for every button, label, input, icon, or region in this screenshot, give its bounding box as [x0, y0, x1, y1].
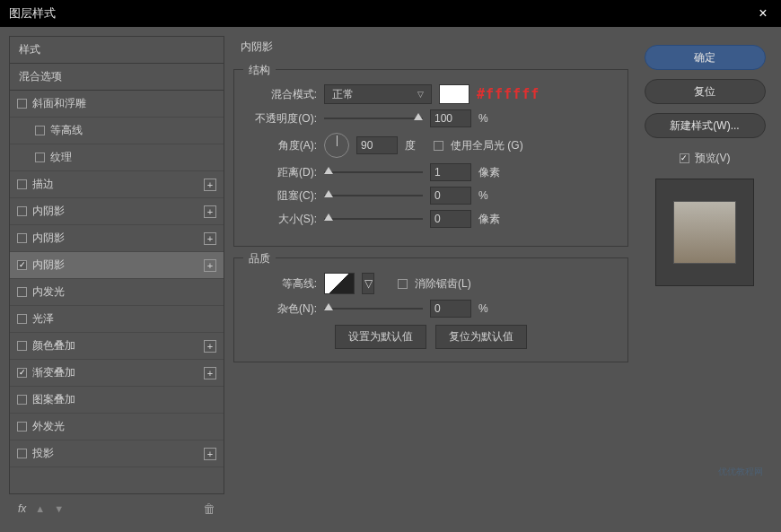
antialias-label: 消除锯齿(L): [415, 276, 471, 292]
size-label: 大小(S):: [245, 212, 317, 227]
style-list-footer: fx ▲ ▼ 🗑: [9, 494, 224, 523]
add-icon[interactable]: +: [204, 232, 216, 245]
style-item-color-overlay[interactable]: 颜色叠加 +: [10, 333, 224, 360]
style-item-bevel[interactable]: 斜面和浮雕: [10, 91, 224, 118]
contour-label: 等高线:: [245, 276, 317, 292]
add-icon[interactable]: +: [204, 259, 216, 272]
angle-label: 角度(A):: [245, 138, 317, 153]
trash-icon[interactable]: 🗑: [203, 501, 215, 516]
choke-slider[interactable]: [324, 189, 423, 202]
blend-mode-dropdown[interactable]: 正常 ▽: [324, 84, 432, 104]
noise-input[interactable]: [430, 300, 471, 318]
add-icon[interactable]: +: [204, 205, 216, 218]
style-item-inner-shadow-1[interactable]: 内阴影 +: [10, 198, 224, 225]
reset-default-button[interactable]: 复位为默认值: [435, 325, 527, 349]
checkbox[interactable]: [17, 206, 27, 216]
global-light-checkbox[interactable]: [434, 141, 443, 151]
ok-button[interactable]: 确定: [645, 45, 766, 70]
style-item-inner-glow[interactable]: 内发光: [10, 279, 224, 306]
reset-button[interactable]: 复位: [645, 79, 766, 104]
global-light-label: 使用全局光 (G): [451, 138, 523, 153]
checkbox[interactable]: [35, 153, 45, 162]
structure-fieldset: 结构 混合模式: 正常 ▽ #ffffff 不透明度(O): %: [233, 69, 628, 247]
checkbox[interactable]: [17, 287, 27, 297]
checkbox[interactable]: [17, 395, 27, 405]
dialog-title: 图层样式: [9, 5, 56, 22]
angle-dial[interactable]: [324, 133, 349, 158]
style-item-outer-glow[interactable]: 外发光: [10, 414, 224, 440]
opacity-input[interactable]: [430, 109, 471, 127]
checkbox[interactable]: [17, 449, 27, 458]
choke-label: 阻塞(C):: [245, 188, 317, 204]
structure-legend: 结构: [243, 63, 276, 78]
opacity-label: 不透明度(O):: [245, 111, 317, 126]
add-icon[interactable]: +: [204, 448, 216, 460]
style-item-stroke[interactable]: 描边 +: [10, 171, 224, 198]
blend-options-item[interactable]: 混合选项: [10, 64, 224, 91]
styles-header[interactable]: 样式: [10, 37, 224, 64]
checkbox[interactable]: [35, 126, 45, 135]
chevron-down-icon: ▽: [417, 90, 424, 99]
choke-input[interactable]: [430, 187, 471, 205]
style-item-inner-shadow-3[interactable]: 内阴影 +: [10, 252, 224, 279]
preview-checkbox[interactable]: [680, 153, 689, 163]
preview-label: 预览(V): [695, 151, 731, 166]
style-list: 样式 混合选项 斜面和浮雕 等高线 纹理 描边 + 内阴影 +: [9, 36, 224, 494]
preview-swatch: [673, 201, 736, 264]
antialias-checkbox[interactable]: [398, 279, 408, 289]
action-panel: 确定 复位 新建样式(W)... 预览(V): [637, 36, 772, 523]
contour-dropdown[interactable]: ▽: [362, 273, 374, 294]
arrow-down-icon[interactable]: ▼: [54, 503, 64, 514]
close-icon[interactable]: ×: [754, 5, 772, 22]
add-icon[interactable]: +: [204, 179, 216, 191]
style-item-texture[interactable]: 纹理: [10, 144, 224, 171]
quality-fieldset: 品质 等高线: ▽ 消除锯齿(L) 杂色(N): % 设置为默认值: [233, 257, 628, 362]
checkbox[interactable]: [17, 179, 27, 189]
size-slider[interactable]: [324, 213, 423, 225]
angle-input[interactable]: [356, 136, 398, 154]
contour-picker[interactable]: [324, 273, 355, 294]
checkbox[interactable]: [17, 233, 27, 243]
distance-input[interactable]: [430, 163, 471, 181]
style-item-drop-shadow[interactable]: 投影 +: [10, 440, 224, 467]
color-swatch[interactable]: [439, 84, 469, 104]
hex-annotation: #ffffff: [477, 86, 540, 102]
chevron-down-icon: ▽: [364, 277, 373, 290]
checkbox[interactable]: [17, 314, 27, 324]
noise-label: 杂色(N):: [245, 301, 317, 317]
settings-panel: 内阴影 结构 混合模式: 正常 ▽ #ffffff 不透明度(O): %: [233, 36, 628, 523]
distance-label: 距离(D):: [245, 165, 317, 180]
add-icon[interactable]: +: [204, 340, 216, 353]
size-input[interactable]: [430, 210, 471, 228]
content-area: 样式 混合选项 斜面和浮雕 等高线 纹理 描边 + 内阴影 +: [0, 27, 781, 532]
set-default-button[interactable]: 设置为默认值: [335, 325, 426, 349]
preview-box: [655, 179, 754, 286]
checkbox[interactable]: [17, 341, 27, 351]
style-item-inner-shadow-2[interactable]: 内阴影 +: [10, 225, 224, 252]
checkbox[interactable]: [17, 422, 27, 432]
layer-style-dialog: { "titlebar": { "title": "图层样式", "close"…: [0, 0, 781, 532]
style-item-gradient-overlay[interactable]: 渐变叠加 +: [10, 360, 224, 387]
noise-slider[interactable]: [324, 302, 423, 315]
styles-panel: 样式 混合选项 斜面和浮雕 等高线 纹理 描边 + 内阴影 +: [9, 36, 224, 523]
add-icon[interactable]: +: [204, 367, 216, 379]
new-style-button[interactable]: 新建样式(W)...: [645, 113, 766, 138]
style-item-contour[interactable]: 等高线: [10, 118, 224, 144]
opacity-slider[interactable]: [324, 112, 423, 125]
quality-legend: 品质: [243, 251, 276, 266]
style-item-satin[interactable]: 光泽: [10, 306, 224, 333]
checkbox[interactable]: [17, 99, 27, 109]
titlebar: 图层样式 ×: [0, 0, 781, 27]
style-item-pattern-overlay[interactable]: 图案叠加: [10, 387, 224, 414]
checkbox[interactable]: [17, 260, 27, 270]
checkbox[interactable]: [17, 368, 27, 378]
distance-slider[interactable]: [324, 166, 423, 179]
arrow-up-icon[interactable]: ▲: [35, 503, 45, 514]
fx-icon[interactable]: fx: [18, 502, 26, 515]
panel-title: 内阴影: [233, 36, 628, 58]
blend-mode-label: 混合模式:: [245, 87, 317, 102]
